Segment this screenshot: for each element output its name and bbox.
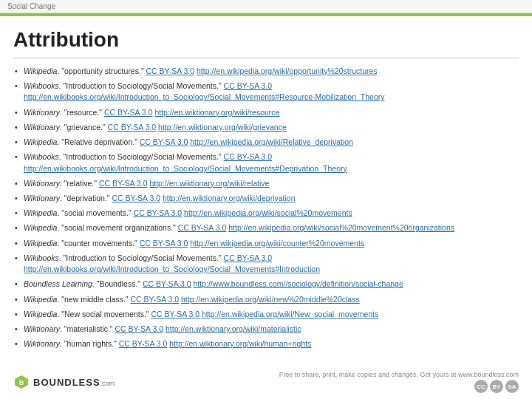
list-item: Wiktionary. "resource." CC BY-SA 3.0 htt… — [13, 107, 519, 118]
source-link[interactable]: http://en.wikipedia.org/wiki/social%20mo… — [228, 223, 454, 232]
source-link[interactable]: http://en.wikipedia.org/wiki/New_social_… — [202, 310, 378, 318]
list-item: Wiktionary. "deprivation." CC BY-SA 3.0 … — [13, 193, 519, 204]
source-name: Wikibooks — [24, 253, 59, 262]
list-item: Wikipedia. "Relative deprivation." CC BY… — [13, 137, 519, 148]
source-link[interactable]: http://en.wikibooks.org/wiki/Introductio… — [24, 92, 385, 101]
boundless-logo-icon: B — [13, 374, 30, 390]
source-link[interactable]: http://en.wikipedia.org/wiki/opportunity… — [197, 66, 378, 75]
source-link[interactable]: http://en.wiktionary.org/wiki/human+righ… — [169, 339, 311, 348]
source-link[interactable]: http://en.wiktionary.org/wiki/grievance — [158, 123, 287, 132]
top-bar-label: Social Change — [7, 2, 55, 10]
source-link[interactable]: http://en.wikipedia.org/wiki/counter%20m… — [190, 239, 364, 248]
license-link[interactable]: CC BY-SA 3.0 — [224, 81, 273, 90]
source-name: Wikipedia — [24, 137, 57, 146]
footer-free-text: Free to share, print, make copies and ch… — [279, 371, 519, 378]
list-item: Wikipedia. "new middle class." CC BY-SA … — [13, 294, 519, 305]
footer-logo: B BOUNDLESS.com — [13, 374, 115, 390]
source-name: Wikipedia — [24, 66, 57, 75]
attribution-list: Wikipedia. "opportunity structures." CC … — [13, 66, 519, 349]
list-item: Boundless Learning. "Boundless." CC BY-S… — [13, 279, 519, 290]
source-link[interactable]: http://en.wikibooks.org/wiki/Introductio… — [24, 164, 347, 173]
by-icon: BY — [490, 380, 503, 393]
license-link[interactable]: CC BY-SA 3.0 — [119, 339, 168, 348]
source-name: Wiktionary — [24, 194, 60, 202]
list-item: Wikipedia. "social movements." CC BY-SA … — [13, 208, 519, 219]
source-name: Boundless Learning — [24, 279, 92, 288]
source-link[interactable]: http://en.wiktionary.org/wiki/resource — [154, 108, 279, 117]
sa-icon: SA — [505, 380, 519, 393]
license-link[interactable]: CC BY-SA 3.0 — [140, 137, 188, 146]
list-item: Wikipedia. "counter movements." CC BY-SA… — [13, 238, 519, 249]
source-link[interactable]: http://en.wiktionary.org/wiki/deprivatio… — [163, 194, 296, 202]
license-link[interactable]: CC BY-SA 3.0 — [143, 279, 191, 288]
source-name: Wikipedia — [24, 295, 57, 304]
license-link[interactable]: CC BY-SA 3.0 — [140, 239, 188, 248]
source-name: Wikipedia — [24, 310, 57, 318]
page-title: Attribution — [13, 28, 519, 52]
list-item: Wiktionary. "grievance." CC BY-SA 3.0 ht… — [13, 122, 519, 133]
svg-text:B: B — [19, 379, 24, 386]
footer: B BOUNDLESS.com Free to share, print, ma… — [0, 371, 532, 393]
source-name: Wikipedia — [24, 223, 57, 232]
footer-right: Free to share, print, make copies and ch… — [279, 371, 519, 393]
license-link[interactable]: CC BY-SA 3.0 — [104, 108, 153, 117]
list-item: Wikibooks. "Introduction to Sociology/So… — [13, 81, 519, 103]
license-link[interactable]: CC BY-SA 3.0 — [224, 253, 273, 262]
source-link[interactable]: http://en.wiktionary.org/wiki/relative — [149, 179, 269, 188]
source-link[interactable]: http://en.wikipedia.org/wiki/social%20mo… — [184, 208, 352, 217]
cc-icon: CC — [474, 380, 488, 393]
license-link[interactable]: CC BY-SA 3.0 — [108, 123, 157, 132]
list-item: Wiktionary. "materialistic." CC BY-SA 3.… — [13, 324, 519, 335]
top-bar: Social Change — [0, 0, 532, 13]
main-content: Attribution Wikipedia. "opportunity stru… — [0, 16, 532, 375]
license-link[interactable]: CC BY-SA 3.0 — [224, 152, 273, 161]
license-link[interactable]: CC BY-SA 3.0 — [146, 66, 195, 75]
footer-logo-text: BOUNDLESS.com — [33, 377, 115, 388]
list-item: Wikibooks. "Introduction to Sociology/So… — [13, 151, 519, 174]
footer-icons: CC BY SA — [279, 380, 519, 393]
source-name: Wiktionary — [24, 179, 60, 188]
license-link[interactable]: CC BY-SA 3.0 — [112, 194, 160, 202]
source-name: Wiktionary — [24, 108, 60, 117]
list-item: Wikipedia. "opportunity structures." CC … — [13, 66, 519, 77]
source-name: Wikibooks — [24, 152, 59, 161]
list-item: Wikibooks. "Introduction to Sociology/So… — [13, 253, 519, 275]
source-name: Wikibooks — [24, 81, 59, 90]
source-name: Wikipedia — [24, 239, 57, 248]
license-link[interactable]: CC BY-SA 3.0 — [178, 223, 227, 232]
source-name: Wiktionary — [24, 339, 60, 348]
source-link[interactable]: http://www.boundless.com//sociology/defi… — [194, 279, 403, 288]
source-link[interactable]: http://en.wiktionary.org/wiki/materialis… — [166, 324, 301, 333]
license-link[interactable]: CC BY-SA 3.0 — [131, 295, 180, 304]
source-link[interactable]: http://en.wikipedia.org/wiki/Relative_de… — [190, 137, 353, 146]
source-name: Wiktionary — [24, 324, 60, 333]
license-link[interactable]: CC BY-SA 3.0 — [151, 310, 200, 318]
source-link[interactable]: http://en.wikipedia.org/wiki/new%20middl… — [181, 295, 360, 304]
list-item: Wikipedia. "New social movements." CC BY… — [13, 309, 519, 320]
license-link[interactable]: CC BY-SA 3.0 — [99, 179, 148, 188]
source-name: Wikipedia — [24, 208, 57, 217]
list-item: Wiktionary. "human rights." CC BY-SA 3.0… — [13, 338, 519, 349]
license-link[interactable]: CC BY-SA 3.0 — [115, 324, 163, 333]
list-item: Wikipedia. "social movement organization… — [13, 222, 519, 233]
license-link[interactable]: CC BY-SA 3.0 — [134, 208, 183, 217]
source-name: Wiktionary — [24, 123, 60, 132]
list-item: Wiktionary. "relative." CC BY-SA 3.0 htt… — [13, 178, 519, 189]
title-divider — [13, 58, 519, 58]
source-link[interactable]: http://en.wikibooks.org/wiki/Introductio… — [24, 265, 320, 273]
